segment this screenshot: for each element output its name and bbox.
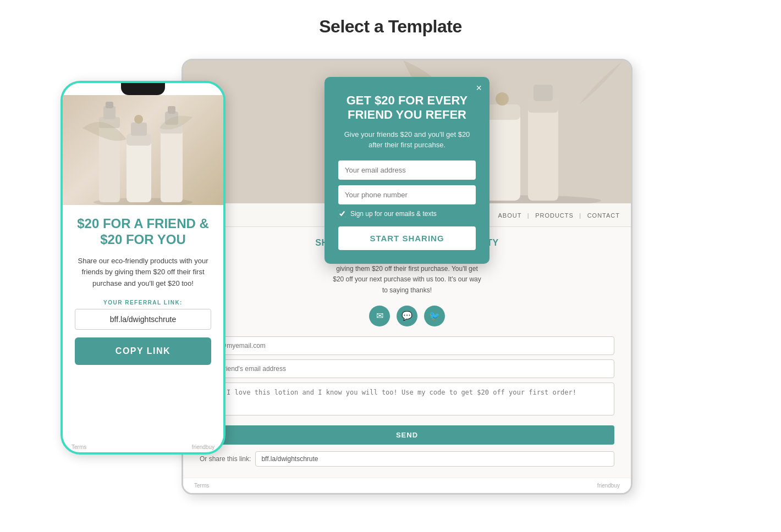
page-title: Select a Template: [319, 16, 461, 37]
phone-description: Share our eco-friendly products with you…: [75, 256, 211, 290]
page-container: Select a Template: [0, 0, 781, 532]
tablet-mockup: ABOUT | PRODUCTS | CONTACT SHARE THE LOV…: [182, 59, 632, 495]
phone-mockup: $20 FOR A FRIEND & $20 FOR YOU Share our…: [61, 81, 226, 455]
popup-close-button[interactable]: ×: [476, 82, 482, 94]
popup-checkbox-row: Sign up for our emails & texts: [338, 210, 476, 218]
phone-footer-brand: friendbuy: [192, 444, 215, 450]
popup-cta-button[interactable]: START SHARING: [338, 226, 476, 250]
svg-rect-9: [161, 123, 183, 202]
phone-referral-link: bff.la/dwightschrute: [75, 309, 211, 330]
phone-referral-label: YOUR REFERRAL LINK:: [75, 300, 211, 306]
phone-notch: [121, 83, 165, 95]
popup-subtitle: Give your friends $20 and you'll get $20…: [338, 129, 476, 151]
phone-content: $20 FOR A FRIEND & $20 FOR YOU Share our…: [63, 205, 223, 440]
popup-card: × GET $20 FOR EVERY FRIEND YOU REFER Giv…: [324, 77, 490, 264]
svg-rect-4: [106, 102, 113, 108]
popup-email-checkbox[interactable]: [338, 210, 346, 218]
phone-copy-link-button[interactable]: COPY LINK: [75, 337, 211, 365]
popup-title: GET $20 FOR EVERY FRIEND YOU REFER: [338, 93, 476, 123]
devices-wrapper: $20 FOR A FRIEND & $20 FOR YOU Share our…: [61, 59, 721, 495]
tablet-popup-overlay: × GET $20 FOR EVERY FRIEND YOU REFER Giv…: [183, 60, 631, 493]
popup-phone-input[interactable]: [338, 185, 476, 204]
svg-point-8: [134, 115, 143, 124]
popup-email-input[interactable]: [338, 160, 476, 180]
svg-rect-7: [131, 123, 147, 136]
svg-rect-12: [168, 106, 175, 114]
popup-checkbox-label: Sign up for our emails & texts: [350, 210, 437, 218]
phone-hero-image: [63, 95, 223, 205]
phone-footer-terms[interactable]: Terms: [72, 444, 86, 450]
phone-main-title: $20 FOR A FRIEND & $20 FOR YOU: [75, 216, 211, 248]
phone-footer: Terms friendbuy: [63, 440, 223, 452]
